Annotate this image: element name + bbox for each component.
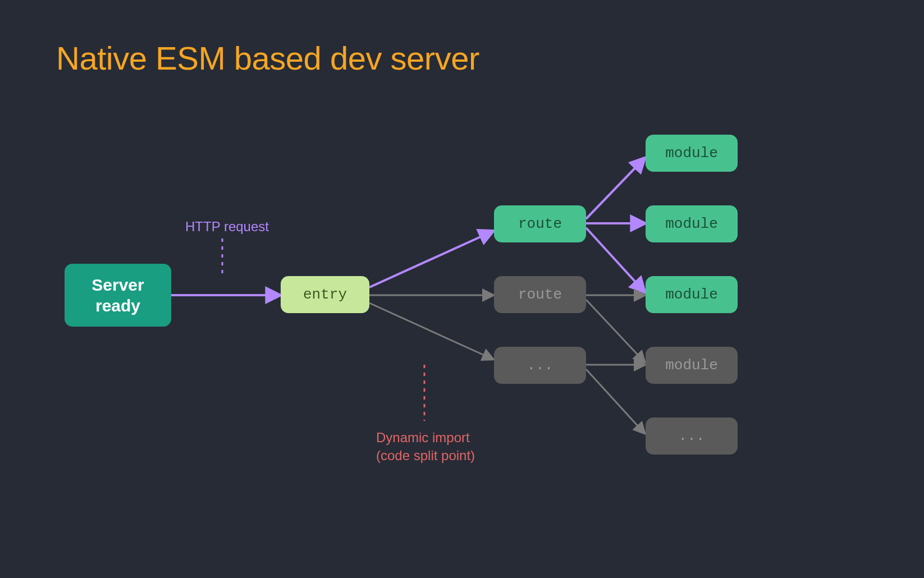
node-route-active: route [494, 205, 586, 242]
diagram-title: Native ESM based dev server [56, 39, 479, 77]
node-entry: entry [281, 276, 369, 313]
svg-line-5 [369, 303, 493, 359]
svg-line-6 [586, 158, 644, 219]
node-module-1: module [646, 135, 738, 172]
svg-line-12 [586, 369, 644, 433]
svg-line-10 [586, 300, 644, 362]
node-module-3: module [646, 276, 738, 313]
label-dynamic-import-line2: (code split point) [376, 448, 475, 463]
label-http-request: HTTP request [185, 218, 269, 236]
svg-line-3 [369, 231, 493, 287]
node-route-inactive: route [494, 276, 586, 313]
node-ellipsis-mid: ... [494, 347, 586, 384]
node-server-ready: Server ready [65, 264, 171, 327]
label-dynamic-import-line1: Dynamic import [376, 430, 470, 445]
node-module-2: module [646, 205, 738, 242]
label-dynamic-import: Dynamic import (code split point) [376, 429, 475, 465]
node-ellipsis-right: ... [646, 418, 738, 455]
svg-line-8 [586, 228, 644, 292]
node-module-inactive: module [646, 347, 738, 384]
